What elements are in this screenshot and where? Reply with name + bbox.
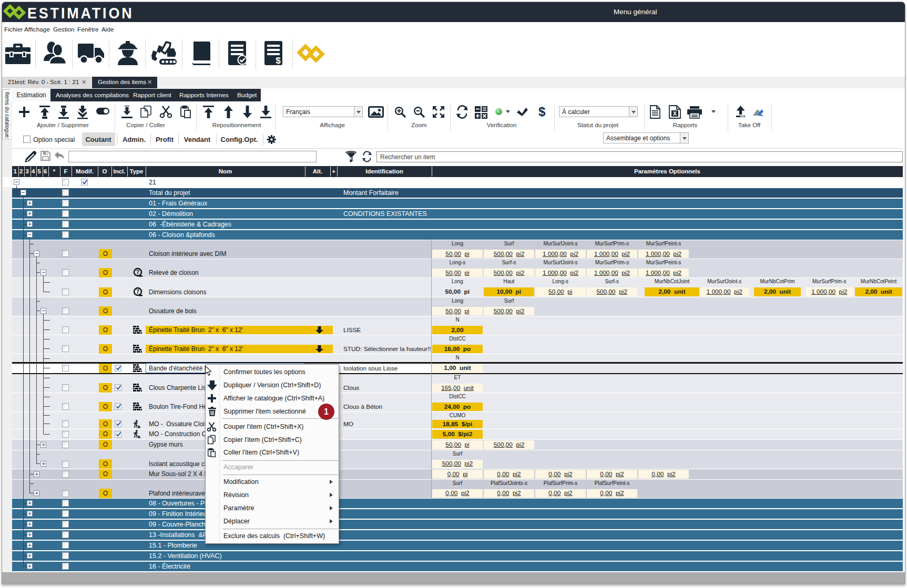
svg-text:x: x — [349, 156, 352, 161]
svg-text:X: X — [673, 110, 677, 117]
svg-text:7: 7 — [136, 289, 139, 295]
svg-text:7: 7 — [136, 270, 139, 275]
svg-text:$: $ — [276, 56, 281, 66]
